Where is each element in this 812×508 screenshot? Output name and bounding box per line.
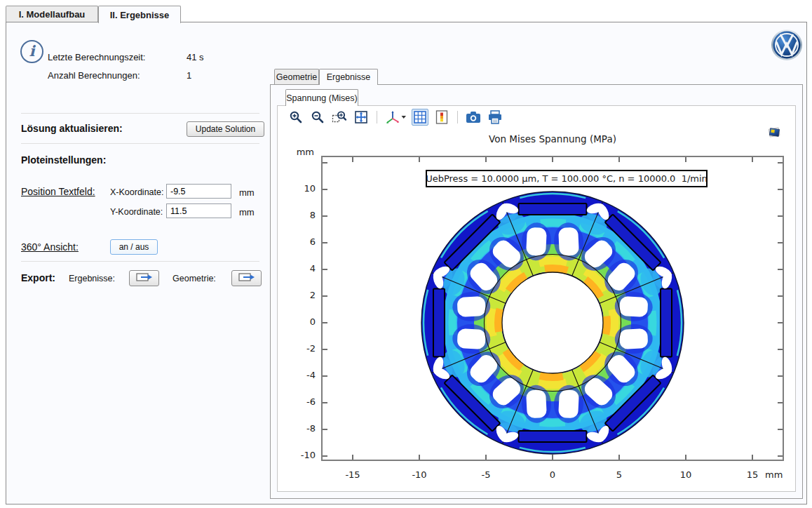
view-360-toggle-button[interactable]: an / aus bbox=[110, 239, 158, 255]
y-tick-right bbox=[778, 189, 783, 190]
y-tick-label: 6 bbox=[279, 236, 316, 247]
y-tick-right bbox=[778, 215, 783, 217]
y-tick-right bbox=[778, 242, 783, 243]
tab-geometrie[interactable]: Geometrie bbox=[274, 69, 319, 84]
y-coordinate-unit: mm bbox=[239, 207, 255, 218]
tab-spannung-mises-label: Spannung (Mises) bbox=[286, 93, 357, 103]
y-tick-right bbox=[778, 162, 783, 163]
rotor-stress-plot[interactable] bbox=[412, 182, 693, 463]
y-tick-left bbox=[323, 375, 327, 377]
tab-ergebnisse[interactable]: II. Ergebnisse bbox=[98, 6, 181, 23]
update-solution-label: Lösung aktualisieren: bbox=[21, 123, 123, 134]
x-tick-bottom bbox=[752, 455, 753, 460]
tab-ergebnisse-label: II. Ergebnisse bbox=[110, 10, 170, 20]
print-icon[interactable] bbox=[487, 109, 503, 126]
y-axis-unit: mm bbox=[283, 147, 314, 157]
y-tick-left bbox=[323, 402, 327, 403]
y-tick-left bbox=[323, 455, 327, 457]
plot-title: Von Mises Spannung (MPa) bbox=[321, 133, 784, 145]
y-tick-label: 10 bbox=[279, 183, 316, 194]
zoom-in-icon[interactable] bbox=[287, 109, 304, 126]
export-label: Export: bbox=[21, 272, 55, 283]
color-legend-icon[interactable] bbox=[433, 109, 450, 126]
x-tick-bottom bbox=[618, 455, 620, 460]
x-tick-top bbox=[485, 157, 487, 162]
y-tick-right bbox=[778, 349, 783, 350]
x-coordinate-label: X-Koordinate: bbox=[110, 187, 163, 197]
view-360-label: 360° Ansicht: bbox=[21, 241, 79, 253]
plot-annotation: UebPress = 10.0000 µm, T = 100.000 °C, n… bbox=[426, 170, 708, 187]
y-tick-right bbox=[778, 375, 783, 377]
separator bbox=[21, 261, 259, 262]
y-tick-label: -8 bbox=[279, 423, 316, 434]
x-tick-bottom bbox=[552, 455, 553, 460]
y-tick-right bbox=[778, 402, 783, 403]
x-tick-bottom bbox=[419, 455, 420, 460]
info-icon: i bbox=[20, 40, 43, 63]
tab-ergebnisse-inner-label: Ergebnisse bbox=[327, 72, 371, 82]
y-tick-label: 0 bbox=[279, 316, 316, 327]
y-tick-left bbox=[323, 242, 327, 243]
plot-settings-heading: Ploteinstellungen: bbox=[21, 154, 106, 166]
export-geometry-button[interactable] bbox=[231, 270, 262, 286]
y-tick-right bbox=[778, 322, 783, 323]
export-results-button[interactable] bbox=[129, 270, 159, 286]
tab-modellaufbau-label: I. Modellaufbau bbox=[19, 9, 86, 20]
computation-count-value: 1 bbox=[187, 70, 191, 81]
snapshot-camera-icon[interactable] bbox=[465, 109, 482, 126]
tab-modellaufbau[interactable]: I. Modellaufbau bbox=[6, 6, 98, 22]
separator bbox=[21, 143, 259, 144]
graphics-toolbar bbox=[287, 108, 503, 126]
x-tick-label: 15 bbox=[737, 469, 768, 480]
y-tick-label: 2 bbox=[279, 290, 316, 300]
zoom-out-icon[interactable] bbox=[309, 109, 326, 126]
zoom-extents-icon[interactable] bbox=[353, 109, 370, 126]
tab-ergebnisse-inner[interactable]: Ergebnisse bbox=[319, 69, 378, 85]
y-tick-label: -10 bbox=[279, 450, 316, 460]
x-tick-bottom bbox=[485, 455, 487, 460]
export-geometry-label: Geometrie: bbox=[172, 274, 216, 283]
y-tick-label: -6 bbox=[279, 396, 316, 407]
y-coordinate-input[interactable] bbox=[166, 203, 231, 218]
export-icon bbox=[135, 272, 154, 285]
x-tick-top bbox=[752, 157, 753, 162]
zoom-box-icon[interactable] bbox=[331, 109, 348, 126]
axis-orientation-icon[interactable] bbox=[384, 109, 407, 126]
tab-spannung-mises[interactable]: Spannung (Mises) bbox=[285, 89, 358, 106]
y-tick-right bbox=[778, 429, 783, 430]
x-tick-top bbox=[419, 157, 420, 162]
y-tick-left bbox=[323, 269, 327, 270]
y-tick-left bbox=[323, 189, 327, 190]
y-tick-label: -2 bbox=[279, 343, 316, 354]
x-tick-top bbox=[618, 157, 620, 162]
x-coordinate-unit: mm bbox=[239, 187, 255, 198]
x-coordinate-input[interactable] bbox=[166, 184, 231, 199]
y-tick-right bbox=[778, 455, 783, 457]
grid-icon[interactable] bbox=[412, 109, 428, 126]
last-computation-value: 41 s bbox=[187, 52, 204, 62]
x-tick-top bbox=[685, 157, 686, 162]
update-solution-button[interactable]: Update Solution bbox=[187, 121, 264, 137]
x-tick-top bbox=[552, 157, 553, 162]
plot-refresh-icon[interactable] bbox=[767, 125, 781, 142]
export-results-label: Ergebnisse: bbox=[69, 274, 115, 283]
y-tick-label: 8 bbox=[279, 210, 316, 220]
export-icon bbox=[238, 272, 256, 285]
y-tick-left bbox=[323, 349, 327, 350]
app-window: I. Modellaufbau II. Ergebnisse i Letzte … bbox=[0, 0, 812, 508]
x-tick-bottom bbox=[352, 455, 353, 460]
y-tick-left bbox=[323, 429, 327, 430]
x-tick-label: 5 bbox=[604, 469, 635, 480]
x-tick-label: 0 bbox=[537, 469, 568, 480]
toolbar-separator bbox=[377, 111, 377, 123]
separator bbox=[21, 113, 259, 114]
y-tick-left bbox=[323, 322, 327, 323]
last-computation-label: Letzte Berechnungszeit: bbox=[48, 52, 145, 62]
y-tick-label: 4 bbox=[279, 263, 316, 274]
toolbar-separator bbox=[457, 111, 458, 123]
x-tick-label: -5 bbox=[471, 469, 501, 480]
y-tick-label: -4 bbox=[279, 370, 316, 380]
x-tick-bottom bbox=[685, 455, 686, 460]
x-tick-label: -10 bbox=[404, 469, 435, 480]
y-tick-left bbox=[323, 215, 327, 217]
